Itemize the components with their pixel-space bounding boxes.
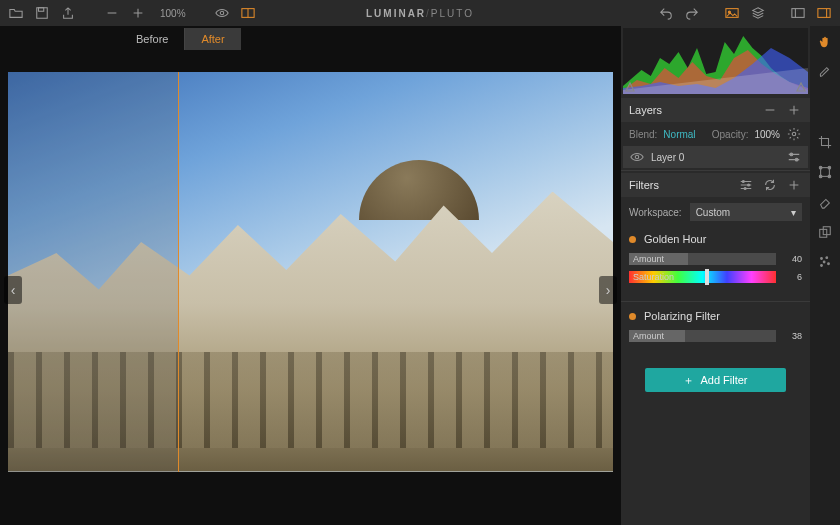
svg-point-19: [828, 175, 831, 178]
filter-polar-title: Polarizing Filter: [644, 310, 720, 322]
golden-amount-label: Amount: [633, 253, 664, 265]
save-icon[interactable]: [34, 5, 50, 21]
layers-mode-icon[interactable]: [750, 5, 766, 21]
layer-row-0[interactable]: Layer 0: [623, 146, 808, 168]
filters-sliders-icon[interactable]: [738, 177, 754, 193]
svg-rect-1: [39, 8, 44, 12]
compare-divider[interactable]: [178, 72, 179, 472]
filter-golden-title: Golden Hour: [644, 233, 706, 245]
svg-point-25: [828, 263, 830, 265]
image-mode-icon[interactable]: [724, 5, 740, 21]
hist-highlight-clip-icon[interactable]: [796, 82, 806, 92]
golden-amount-slider[interactable]: Amount: [629, 253, 776, 265]
workspace-row: Workspace: Custom ▾: [621, 197, 810, 227]
app-title-sub: PLUTO: [431, 8, 474, 19]
hand-tool-icon[interactable]: [817, 34, 833, 50]
compare-tabs: Before After: [0, 26, 621, 50]
svg-point-16: [819, 166, 822, 169]
tab-before[interactable]: Before: [120, 28, 185, 50]
plus-icon: ＋: [683, 373, 694, 388]
filters-plus-icon[interactable]: [786, 177, 802, 193]
carousel-prev-icon[interactable]: ‹: [4, 276, 22, 304]
filters-panel-header[interactable]: Filters: [621, 173, 810, 197]
undo-icon[interactable]: [658, 5, 674, 21]
workspace-label: Workspace:: [629, 207, 682, 218]
svg-point-22: [821, 258, 823, 260]
clone-tool-icon[interactable]: [817, 224, 833, 240]
golden-saturation-slider[interactable]: Saturation: [629, 271, 776, 283]
panel-right-icon[interactable]: [816, 5, 832, 21]
filters-sync-icon[interactable]: [762, 177, 778, 193]
svg-point-9: [635, 155, 639, 159]
svg-point-2: [220, 11, 224, 15]
chevron-down-icon: ▾: [791, 207, 796, 218]
layers-title: Layers: [629, 104, 662, 116]
canvas-area: Before After ‹ ›: [0, 26, 621, 525]
blend-label: Blend:: [629, 129, 657, 140]
tab-after[interactable]: After: [185, 28, 240, 50]
redo-icon[interactable]: [684, 5, 700, 21]
photo-canvas[interactable]: [8, 72, 613, 472]
zoom-out-icon[interactable]: [104, 5, 120, 21]
compare-split-icon[interactable]: [240, 5, 256, 21]
opacity-label: Opacity:: [712, 129, 749, 140]
app-title-brand: LUMINAR: [366, 8, 426, 19]
golden-amount-value: 40: [782, 254, 802, 264]
svg-point-13: [748, 184, 750, 186]
polar-amount-value: 38: [782, 331, 802, 341]
layers-panel-header[interactable]: Layers: [621, 98, 810, 122]
filter-polarizing: Polarizing Filter Amount 38: [621, 304, 810, 358]
erase-tool-icon[interactable]: [817, 194, 833, 210]
layer-name: Layer 0: [651, 152, 684, 163]
svg-rect-7: [818, 9, 830, 18]
filter-golden-title-row[interactable]: Golden Hour: [629, 233, 802, 245]
add-filter-button[interactable]: ＋ Add Filter: [645, 368, 786, 392]
histogram[interactable]: [623, 28, 808, 94]
svg-point-17: [828, 166, 831, 169]
filter-enabled-dot[interactable]: [629, 236, 636, 243]
svg-point-26: [821, 265, 823, 267]
svg-point-10: [790, 153, 793, 156]
workspace-value: Custom: [696, 207, 730, 218]
preview-eye-icon[interactable]: [214, 5, 230, 21]
layers-minus-icon[interactable]: [762, 102, 778, 118]
carousel-next-icon[interactable]: ›: [599, 276, 617, 304]
brush-tool-icon[interactable]: [817, 64, 833, 80]
blend-value[interactable]: Normal: [663, 129, 695, 140]
polar-amount-label: Amount: [633, 330, 664, 342]
layers-plus-icon[interactable]: [786, 102, 802, 118]
opacity-value[interactable]: 100%: [754, 129, 780, 140]
layer-visibility-icon[interactable]: [629, 149, 645, 165]
zoom-in-icon[interactable]: [130, 5, 146, 21]
svg-point-18: [819, 175, 822, 178]
filters-title: Filters: [629, 179, 659, 191]
zoom-level[interactable]: 100%: [160, 8, 186, 19]
golden-saturation-value: 6: [782, 272, 802, 282]
polar-amount-slider[interactable]: Amount: [629, 330, 776, 342]
app-title: LUMINAR/PLUTO: [366, 8, 474, 19]
panel-left-icon[interactable]: [790, 5, 806, 21]
svg-point-8: [792, 132, 796, 136]
denoise-tool-icon[interactable]: [817, 254, 833, 270]
golden-saturation-label: Saturation: [633, 271, 674, 283]
svg-rect-6: [792, 9, 804, 18]
layer-adjust-icon[interactable]: [786, 149, 802, 165]
transform-tool-icon[interactable]: [817, 164, 833, 180]
filter-golden-hour: Golden Hour Amount 40 Saturation: [621, 227, 810, 299]
layer-settings-icon[interactable]: [786, 126, 802, 142]
svg-point-14: [744, 187, 746, 189]
open-folder-icon[interactable]: [8, 5, 24, 21]
filter-enabled-dot-2[interactable]: [629, 313, 636, 320]
svg-point-11: [795, 158, 798, 161]
svg-rect-15: [821, 168, 830, 177]
workspace-select[interactable]: Custom ▾: [690, 203, 802, 221]
top-toolbar: 100% LUMINAR/PLUTO: [0, 0, 840, 26]
hist-shadow-clip-icon[interactable]: [625, 82, 635, 92]
add-filter-label: Add Filter: [700, 374, 747, 386]
share-icon[interactable]: [60, 5, 76, 21]
filter-polar-title-row[interactable]: Polarizing Filter: [629, 310, 802, 322]
svg-point-23: [826, 257, 828, 259]
crop-tool-icon[interactable]: [817, 134, 833, 150]
side-tool-strip: [810, 26, 840, 525]
before-overlay: [8, 72, 178, 472]
